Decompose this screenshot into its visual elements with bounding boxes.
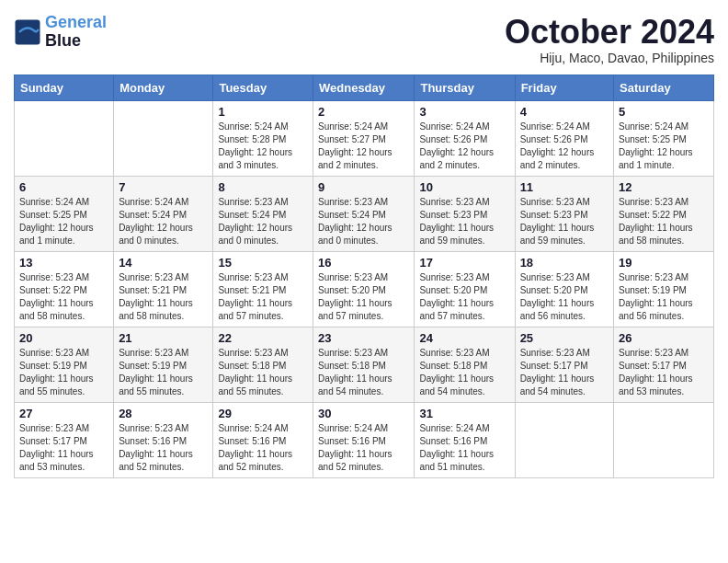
- day-number: 7: [119, 180, 208, 194]
- day-info: Sunrise: 5:24 AM Sunset: 5:16 PM Dayligh…: [419, 422, 509, 474]
- calendar-day: 25Sunrise: 5:23 AM Sunset: 5:17 PM Dayli…: [515, 327, 613, 402]
- day-info: Sunrise: 5:24 AM Sunset: 5:25 PM Dayligh…: [19, 196, 108, 247]
- day-info: Sunrise: 5:23 AM Sunset: 5:23 PM Dayligh…: [520, 196, 609, 247]
- day-info: Sunrise: 5:24 AM Sunset: 5:27 PM Dayligh…: [318, 121, 409, 172]
- calendar-day: 17Sunrise: 5:23 AM Sunset: 5:20 PM Dayli…: [415, 251, 515, 327]
- logo-text: General Blue: [45, 14, 107, 51]
- day-number: 26: [619, 331, 709, 345]
- calendar-day: 23Sunrise: 5:23 AM Sunset: 5:18 PM Dayli…: [313, 327, 415, 402]
- day-number: 2: [318, 105, 409, 119]
- day-number: 4: [520, 105, 609, 119]
- calendar-week-3: 13Sunrise: 5:23 AM Sunset: 5:22 PM Dayli…: [15, 251, 714, 327]
- location: Hiju, Maco, Davao, Philippines: [505, 51, 714, 65]
- calendar-day: 21Sunrise: 5:23 AM Sunset: 5:19 PM Dayli…: [114, 327, 213, 402]
- calendar-day: 31Sunrise: 5:24 AM Sunset: 5:16 PM Dayli…: [415, 402, 515, 477]
- day-info: Sunrise: 5:24 AM Sunset: 5:16 PM Dayligh…: [218, 422, 308, 474]
- day-number: 22: [218, 331, 308, 345]
- day-info: Sunrise: 5:23 AM Sunset: 5:21 PM Dayligh…: [218, 271, 308, 323]
- calendar-day: 2Sunrise: 5:24 AM Sunset: 5:27 PM Daylig…: [313, 100, 415, 176]
- day-number: 31: [419, 407, 509, 420]
- calendar-day: 26Sunrise: 5:23 AM Sunset: 5:17 PM Dayli…: [614, 327, 714, 402]
- day-info: Sunrise: 5:23 AM Sunset: 5:23 PM Dayligh…: [419, 196, 509, 247]
- calendar-day: 14Sunrise: 5:23 AM Sunset: 5:21 PM Dayli…: [114, 251, 213, 327]
- day-number: 30: [318, 407, 409, 420]
- day-info: Sunrise: 5:23 AM Sunset: 5:19 PM Dayligh…: [19, 347, 108, 398]
- day-number: 20: [19, 331, 108, 345]
- column-header-wednesday: Wednesday: [313, 75, 415, 100]
- day-info: Sunrise: 5:23 AM Sunset: 5:18 PM Dayligh…: [318, 347, 409, 398]
- day-info: Sunrise: 5:23 AM Sunset: 5:20 PM Dayligh…: [318, 271, 409, 323]
- day-number: 27: [19, 407, 108, 420]
- day-number: 29: [218, 407, 308, 420]
- day-number: 6: [19, 180, 108, 194]
- day-number: 9: [318, 180, 409, 194]
- day-number: 14: [119, 256, 208, 270]
- day-number: 1: [218, 105, 308, 119]
- calendar-header-row: SundayMondayTuesdayWednesdayThursdayFrid…: [15, 75, 714, 100]
- calendar-day: [614, 402, 714, 477]
- column-header-tuesday: Tuesday: [213, 75, 313, 100]
- day-info: Sunrise: 5:23 AM Sunset: 5:19 PM Dayligh…: [119, 347, 208, 398]
- day-info: Sunrise: 5:24 AM Sunset: 5:24 PM Dayligh…: [119, 196, 208, 247]
- logo: General Blue: [14, 14, 107, 51]
- calendar-day: 4Sunrise: 5:24 AM Sunset: 5:26 PM Daylig…: [515, 100, 613, 176]
- day-info: Sunrise: 5:23 AM Sunset: 5:17 PM Dayligh…: [19, 422, 108, 474]
- day-number: 28: [119, 407, 208, 420]
- calendar-day: [114, 100, 213, 176]
- calendar-day: 16Sunrise: 5:23 AM Sunset: 5:20 PM Dayli…: [313, 251, 415, 327]
- calendar-day: 3Sunrise: 5:24 AM Sunset: 5:26 PM Daylig…: [415, 100, 515, 176]
- day-info: Sunrise: 5:24 AM Sunset: 5:28 PM Dayligh…: [218, 121, 308, 172]
- calendar-week-2: 6Sunrise: 5:24 AM Sunset: 5:25 PM Daylig…: [15, 176, 714, 251]
- day-number: 25: [520, 331, 609, 345]
- calendar-day: 1Sunrise: 5:24 AM Sunset: 5:28 PM Daylig…: [213, 100, 313, 176]
- calendar-day: 15Sunrise: 5:23 AM Sunset: 5:21 PM Dayli…: [213, 251, 313, 327]
- calendar-day: 9Sunrise: 5:23 AM Sunset: 5:24 PM Daylig…: [313, 176, 415, 251]
- day-number: 3: [419, 105, 509, 119]
- day-info: Sunrise: 5:23 AM Sunset: 5:22 PM Dayligh…: [19, 271, 108, 323]
- month-title: October 2024: [505, 14, 714, 51]
- calendar-day: 7Sunrise: 5:24 AM Sunset: 5:24 PM Daylig…: [114, 176, 213, 251]
- column-header-friday: Friday: [515, 75, 613, 100]
- day-info: Sunrise: 5:24 AM Sunset: 5:26 PM Dayligh…: [520, 121, 609, 172]
- day-number: 11: [520, 180, 609, 194]
- column-header-monday: Monday: [114, 75, 213, 100]
- day-info: Sunrise: 5:23 AM Sunset: 5:21 PM Dayligh…: [119, 271, 208, 323]
- calendar-day: 27Sunrise: 5:23 AM Sunset: 5:17 PM Dayli…: [15, 402, 114, 477]
- day-number: 12: [619, 180, 709, 194]
- calendar-week-4: 20Sunrise: 5:23 AM Sunset: 5:19 PM Dayli…: [15, 327, 714, 402]
- calendar-day: 19Sunrise: 5:23 AM Sunset: 5:19 PM Dayli…: [614, 251, 714, 327]
- day-number: 10: [419, 180, 509, 194]
- day-info: Sunrise: 5:23 AM Sunset: 5:22 PM Dayligh…: [619, 196, 709, 247]
- calendar-day: 5Sunrise: 5:24 AM Sunset: 5:25 PM Daylig…: [614, 100, 714, 176]
- day-number: 5: [619, 105, 709, 119]
- day-info: Sunrise: 5:23 AM Sunset: 5:17 PM Dayligh…: [619, 347, 709, 398]
- day-info: Sunrise: 5:23 AM Sunset: 5:18 PM Dayligh…: [218, 347, 308, 398]
- calendar-day: 10Sunrise: 5:23 AM Sunset: 5:23 PM Dayli…: [415, 176, 515, 251]
- day-info: Sunrise: 5:23 AM Sunset: 5:20 PM Dayligh…: [419, 271, 509, 323]
- title-section: October 2024 Hiju, Maco, Davao, Philippi…: [505, 14, 714, 65]
- page-header: General Blue October 2024 Hiju, Maco, Da…: [14, 14, 714, 65]
- day-number: 18: [520, 256, 609, 270]
- calendar-day: 11Sunrise: 5:23 AM Sunset: 5:23 PM Dayli…: [515, 176, 613, 251]
- calendar-week-5: 27Sunrise: 5:23 AM Sunset: 5:17 PM Dayli…: [15, 402, 714, 477]
- day-info: Sunrise: 5:23 AM Sunset: 5:17 PM Dayligh…: [520, 347, 609, 398]
- calendar-day: 22Sunrise: 5:23 AM Sunset: 5:18 PM Dayli…: [213, 327, 313, 402]
- calendar-day: [515, 402, 613, 477]
- day-number: 15: [218, 256, 308, 270]
- day-info: Sunrise: 5:23 AM Sunset: 5:19 PM Dayligh…: [619, 271, 709, 323]
- calendar-day: 13Sunrise: 5:23 AM Sunset: 5:22 PM Dayli…: [15, 251, 114, 327]
- calendar-day: [15, 100, 114, 176]
- calendar-day: 8Sunrise: 5:23 AM Sunset: 5:24 PM Daylig…: [213, 176, 313, 251]
- calendar-day: 24Sunrise: 5:23 AM Sunset: 5:18 PM Dayli…: [415, 327, 515, 402]
- calendar-week-1: 1Sunrise: 5:24 AM Sunset: 5:28 PM Daylig…: [15, 100, 714, 176]
- calendar-day: 6Sunrise: 5:24 AM Sunset: 5:25 PM Daylig…: [15, 176, 114, 251]
- calendar-day: 18Sunrise: 5:23 AM Sunset: 5:20 PM Dayli…: [515, 251, 613, 327]
- day-info: Sunrise: 5:24 AM Sunset: 5:26 PM Dayligh…: [419, 121, 509, 172]
- calendar-day: 30Sunrise: 5:24 AM Sunset: 5:16 PM Dayli…: [313, 402, 415, 477]
- calendar-day: 12Sunrise: 5:23 AM Sunset: 5:22 PM Dayli…: [614, 176, 714, 251]
- day-info: Sunrise: 5:24 AM Sunset: 5:25 PM Dayligh…: [619, 121, 709, 172]
- column-header-sunday: Sunday: [15, 75, 114, 100]
- day-info: Sunrise: 5:24 AM Sunset: 5:16 PM Dayligh…: [318, 422, 409, 474]
- day-number: 24: [419, 331, 509, 345]
- day-number: 16: [318, 256, 409, 270]
